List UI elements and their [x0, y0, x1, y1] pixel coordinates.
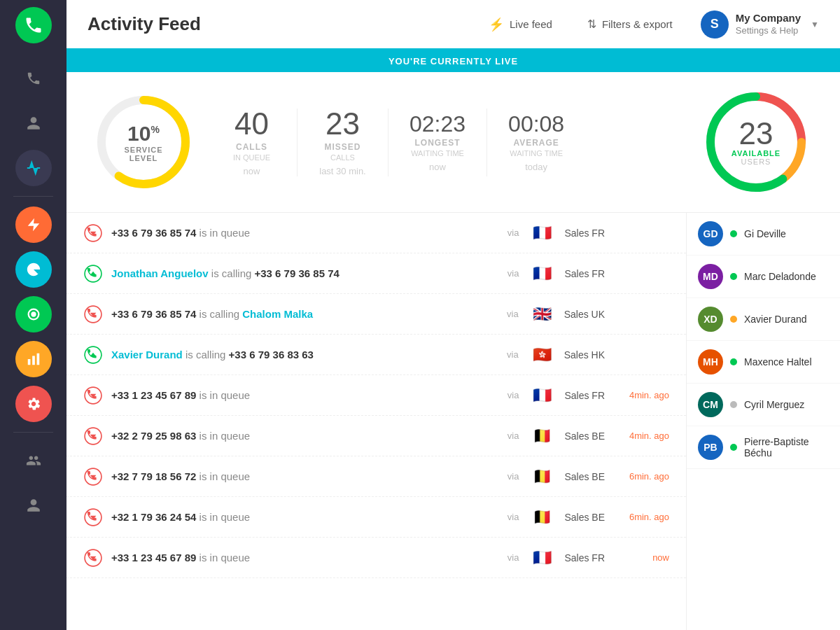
feed-via: via — [507, 390, 519, 400]
feed-text: +33 1 23 45 67 89 is in queue — [111, 389, 493, 401]
feed-item[interactable]: +33 1 23 45 67 89 is in queue via 🇫🇷 Sal… — [66, 375, 686, 416]
feed-time: 4min. ago — [613, 390, 669, 400]
user-avatar: PB — [698, 435, 723, 460]
main-content: Activity Feed ⚡ Live feed ⇅ Filters & ex… — [66, 0, 840, 630]
company-sub: Settings & Help — [736, 25, 801, 37]
flag-icon: 🇧🇪 — [533, 427, 552, 445]
feed-text: +32 7 79 18 56 72 is in queue — [111, 470, 493, 482]
call-direction-icon — [83, 507, 103, 527]
user-avatar: CM — [698, 392, 723, 417]
user-item[interactable]: MH Maxence Haltel — [687, 341, 840, 384]
filter-icon: ⇅ — [587, 18, 596, 31]
longest-title: LONGEST — [415, 138, 461, 148]
feed-via: via — [507, 227, 519, 238]
sidebar-item-phone[interactable] — [15, 60, 52, 97]
sidebar-item-circle[interactable] — [15, 296, 52, 332]
company-menu[interactable]: S My Company Settings & Help ▼ — [701, 10, 819, 38]
sidebar-item-activity[interactable] — [15, 150, 52, 186]
feed-channel: Sales FR — [564, 227, 605, 239]
service-label: SERVICE — [124, 146, 162, 154]
sidebar — [0, 0, 66, 630]
feed-via: via — [507, 512, 519, 522]
calls-subtitle: IN QUEUE — [233, 153, 270, 162]
feed-item[interactable]: +33 6 79 36 85 74 is in queue via 🇫🇷 Sal… — [66, 213, 686, 253]
feed-item[interactable]: Xavier Durand is calling +33 6 79 36 83 … — [66, 335, 686, 375]
longest-number: 02:23 — [410, 113, 465, 135]
avg-wait-stat: 00:08 AVERAGE WAITING TIME today — [487, 108, 585, 176]
user-avatar: MD — [698, 264, 723, 289]
avg-title: AVERAGE — [513, 138, 559, 148]
available-label: AVAILABLE — [732, 149, 780, 158]
available-sublabel: USERS — [732, 158, 780, 166]
feed-item[interactable]: +33 1 23 45 67 89 is in queue via 🇫🇷 Sal… — [66, 538, 686, 578]
feed-text: Jonathan Anguelov is calling +33 6 79 36… — [111, 267, 493, 279]
user-name: Pierre-Baptiste Béchu — [744, 436, 829, 458]
content-area: +33 6 79 36 85 74 is in queue via 🇫🇷 Sal… — [66, 213, 840, 630]
chevron-down-icon: ▼ — [811, 20, 819, 29]
sidebar-item-user[interactable] — [15, 487, 52, 524]
user-status-dot — [730, 316, 737, 323]
logo-button[interactable] — [15, 7, 52, 43]
svg-rect-2 — [27, 359, 30, 365]
calls-time: now — [244, 166, 260, 176]
svg-rect-3 — [32, 356, 35, 365]
company-avatar: S — [701, 10, 729, 38]
service-level-widget: 10% SERVICE LEVEL — [80, 90, 206, 195]
call-direction-icon — [83, 264, 103, 284]
call-direction-icon — [83, 467, 103, 486]
sidebar-divider-1 — [13, 196, 53, 197]
feed-channel: Sales FR — [564, 390, 605, 401]
user-name: Cyril Merguez — [744, 399, 804, 410]
filters-label: Filters & export — [602, 18, 673, 30]
call-direction-icon — [83, 304, 103, 324]
longest-wait-stat: 02:23 LONGEST WAITING TIME now — [388, 108, 487, 176]
user-item[interactable]: PB Pierre-Baptiste Béchu — [687, 426, 840, 469]
user-status-dot — [730, 358, 737, 365]
user-item[interactable]: MD Marc Deladonde — [687, 255, 840, 298]
sidebar-item-settings[interactable] — [15, 386, 52, 422]
sidebar-item-lightning[interactable] — [15, 206, 52, 243]
sidebar-item-chart[interactable] — [15, 341, 52, 377]
feed-item[interactable]: +32 1 79 36 24 54 is in queue via 🇧🇪 Sal… — [66, 497, 686, 538]
flag-icon: 🇭🇰 — [533, 346, 552, 364]
sidebar-item-stats[interactable] — [15, 251, 52, 288]
missed-calls-stat: 23 MISSED CALLS last 30 min. — [298, 108, 388, 176]
feed-item[interactable]: +33 6 79 36 85 74 is calling Chalom Malk… — [66, 294, 686, 335]
feed-via: via — [507, 309, 519, 319]
stat-items: 40 CALLS IN QUEUE now 23 MISSED CALLS la… — [206, 108, 686, 176]
right-panel: GD Gi Deville MD Marc Deladonde XD Xavie… — [686, 213, 840, 630]
filters-export-button[interactable]: ⇅ Filters & export — [580, 13, 680, 35]
user-status-dot — [730, 230, 737, 237]
missed-number: 23 — [326, 108, 360, 139]
feed-via: via — [507, 349, 519, 360]
flag-icon: 🇧🇪 — [533, 468, 552, 486]
feed-list: +33 6 79 36 85 74 is in queue via 🇫🇷 Sal… — [66, 213, 686, 630]
calls-in-queue-stat: 40 CALLS IN QUEUE now — [206, 108, 298, 176]
sidebar-item-team[interactable] — [15, 442, 52, 479]
user-item[interactable]: XD Xavier Durand — [687, 298, 840, 341]
user-status-dot — [730, 401, 737, 408]
user-item[interactable]: GD Gi Deville — [687, 213, 840, 255]
live-banner: YOU'RE CURRENTLY LIVE — [66, 50, 840, 72]
page-title: Activity Feed — [88, 13, 482, 35]
calls-number: 40 — [234, 108, 269, 139]
service-number: 10% — [124, 122, 162, 146]
feed-channel: Sales UK — [564, 309, 605, 320]
feed-time: now — [613, 552, 669, 563]
service-sublabel: LEVEL — [124, 154, 162, 162]
feed-via: via — [507, 268, 519, 279]
live-feed-button[interactable]: ⚡ Live feed — [482, 13, 559, 36]
sidebar-divider-2 — [13, 432, 53, 433]
user-item[interactable]: CM Cyril Merguez — [687, 384, 840, 426]
feed-time: 4min. ago — [613, 430, 669, 441]
longest-subtitle: WAITING TIME — [411, 149, 464, 158]
feed-item[interactable]: Jonathan Anguelov is calling +33 6 79 36… — [66, 253, 686, 294]
available-donut: 23 AVAILABLE USERS — [700, 86, 812, 198]
svg-rect-4 — [36, 354, 39, 365]
flag-icon: 🇬🇧 — [533, 305, 552, 323]
missed-title: MISSED — [324, 142, 360, 152]
feed-item[interactable]: +32 7 79 18 56 72 is in queue via 🇧🇪 Sal… — [66, 456, 686, 497]
feed-item[interactable]: +32 2 79 25 98 63 is in queue via 🇧🇪 Sal… — [66, 416, 686, 456]
sidebar-item-contacts[interactable] — [15, 105, 52, 141]
feed-channel: Sales FR — [564, 268, 605, 279]
